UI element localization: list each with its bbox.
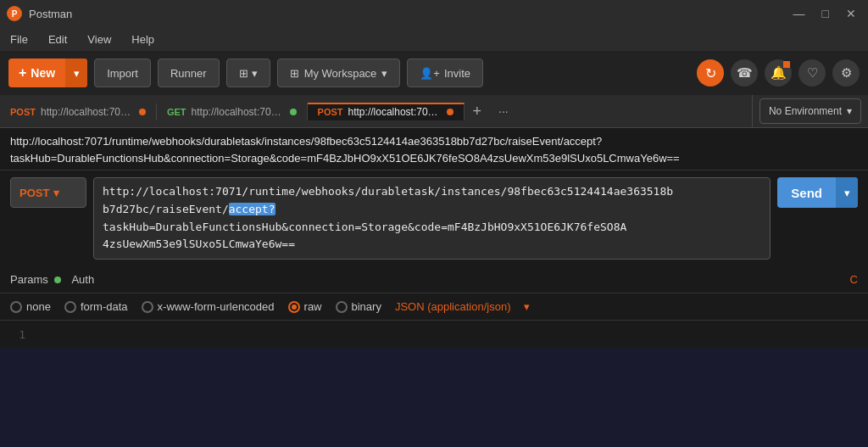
radio-form-data-circle: [64, 301, 76, 313]
url-input[interactable]: http://localhost:7071/runtime/webhooks/d…: [93, 177, 771, 260]
more-tabs-button[interactable]: ···: [490, 103, 517, 120]
heart-button[interactable]: ♡: [798, 59, 826, 87]
params-dot: [54, 277, 61, 283]
params-row: Params Auth C: [0, 266, 868, 293]
new-button-main[interactable]: + New: [8, 65, 65, 81]
layout-arrow: ▾: [252, 67, 258, 80]
menu-view[interactable]: View: [84, 31, 114, 47]
window-controls: — □ ✕: [788, 5, 861, 22]
workspace-label: My Workspace: [304, 67, 377, 80]
method-selector[interactable]: POST ▾: [10, 177, 86, 208]
workspace-button[interactable]: ⊞ My Workspace ▾: [277, 59, 401, 87]
url-line1: http://localhost:7071/runtime/webhooks/d…: [103, 185, 673, 198]
radio-url-encoded-circle: [142, 301, 153, 313]
tab-3[interactable]: POST http://localhost:7071/: [308, 103, 465, 120]
plus-icon: +: [19, 65, 26, 81]
maximize-button[interactable]: □: [817, 5, 834, 22]
gear-icon: ⚙: [841, 65, 852, 81]
tab-2-url: http://localhost:7071/r: [192, 106, 285, 118]
minimize-button[interactable]: —: [788, 5, 810, 22]
app-title: Postman: [29, 8, 782, 20]
method-label: POST: [19, 187, 49, 199]
json-type-arrow[interactable]: ▾: [524, 300, 530, 313]
menu-help[interactable]: Help: [128, 31, 158, 47]
sync-button[interactable]: ↻: [697, 59, 724, 87]
json-type-label[interactable]: JSON (application/json): [395, 300, 511, 313]
environment-arrow-icon: ▾: [847, 105, 852, 117]
tab-2-method: GET: [167, 107, 186, 117]
menu-edit[interactable]: Edit: [45, 31, 70, 47]
tab-1-url: http://localhost:7071/: [41, 106, 134, 118]
runner-button[interactable]: Runner: [158, 59, 220, 87]
radio-binary-circle: [336, 301, 348, 313]
workspace-arrow-icon: ▾: [381, 67, 387, 80]
params-tab[interactable]: Params: [10, 270, 61, 289]
add-tab-button[interactable]: +: [465, 103, 491, 120]
send-arrow-icon: ▾: [844, 187, 850, 199]
close-button[interactable]: ✕: [841, 5, 861, 22]
menu-bar: File Edit View Help: [0, 27, 868, 51]
environment-label: No Environment: [769, 105, 842, 117]
url-line3: taskHub=DurableFunctionsHub&connection=S…: [103, 221, 626, 233]
method-arrow-icon: ▾: [53, 187, 59, 199]
url-display-bar: http://localhost:7071/runtime/webhooks/d…: [0, 128, 868, 170]
toolbar: + New ▾ Import Runner ⊞ ▾ ⊞ My Workspace…: [0, 51, 868, 95]
environment-section: No Environment ▾: [752, 95, 868, 127]
tab-1-dot: [139, 109, 146, 115]
menu-file[interactable]: File: [7, 31, 31, 47]
radio-raw[interactable]: raw: [288, 300, 322, 313]
tab-3-url: http://localhost:7071/: [348, 106, 442, 118]
app-logo: P: [7, 6, 22, 21]
send-arrow-button[interactable]: ▾: [836, 177, 858, 208]
line-number-1: 1: [0, 327, 34, 341]
body-type-row: none form-data x-www-form-urlencoded raw…: [0, 293, 868, 321]
new-button[interactable]: + New ▾: [8, 59, 87, 87]
new-label: New: [31, 66, 55, 80]
request-area: POST ▾ http://localhost:7071/runtime/web…: [0, 170, 868, 348]
code-area: 1: [0, 321, 868, 348]
notification-badge: [783, 61, 790, 68]
toolbar-right: ↻ ☎ 🔔 ♡ ⚙: [697, 59, 860, 87]
tab-2[interactable]: GET http://localhost:7071/r: [157, 103, 308, 120]
radio-form-data[interactable]: form-data: [64, 300, 128, 313]
tabs-section: POST http://localhost:7071/ GET http://l…: [0, 103, 752, 120]
layout-icon: ⊞: [239, 67, 248, 80]
radio-raw-circle: [288, 301, 300, 313]
settings-button[interactable]: ⚙: [832, 59, 860, 87]
url-display-text: http://localhost:7071/runtime/webhooks/d…: [10, 135, 680, 165]
url-highlight: accept?: [229, 203, 275, 215]
tab-1[interactable]: POST http://localhost:7071/: [0, 103, 157, 120]
line-numbers-area: 1: [0, 321, 868, 348]
environment-selector[interactable]: No Environment ▾: [760, 98, 861, 124]
auth-tab[interactable]: Auth: [71, 270, 94, 289]
layout-button[interactable]: ⊞ ▾: [226, 59, 270, 87]
invite-person-icon: 👤+: [420, 67, 440, 80]
radio-none[interactable]: none: [10, 300, 51, 313]
overflow-indicator: C: [850, 273, 858, 286]
send-button[interactable]: Send ▾: [777, 177, 858, 208]
tab-1-method: POST: [10, 107, 36, 117]
title-bar: P Postman — □ ✕: [0, 0, 868, 27]
request-url-row: POST ▾ http://localhost:7071/runtime/web…: [0, 170, 868, 266]
search-button[interactable]: ☎: [731, 59, 758, 87]
code-content[interactable]: [34, 327, 868, 328]
tab-3-method: POST: [318, 107, 343, 117]
tab-3-dot: [447, 109, 453, 115]
radio-none-circle: [10, 301, 22, 313]
url-line2: b7d27bc/raiseEvent/: [103, 203, 229, 215]
radio-url-encoded[interactable]: x-www-form-urlencoded: [142, 300, 275, 313]
sync-icon: ↻: [705, 65, 716, 81]
invite-button[interactable]: 👤+ Invite: [407, 59, 483, 87]
search-icon: ☎: [737, 65, 753, 81]
new-button-dropdown[interactable]: ▾: [65, 59, 87, 87]
heart-icon: ♡: [807, 65, 818, 81]
tab-2-dot: [290, 109, 297, 115]
invite-label: Invite: [444, 67, 470, 80]
tabs-env-row: POST http://localhost:7071/ GET http://l…: [0, 95, 868, 128]
import-button[interactable]: Import: [94, 59, 151, 87]
send-label: Send: [777, 186, 836, 200]
notification-button[interactable]: 🔔: [765, 59, 792, 87]
radio-binary[interactable]: binary: [336, 300, 381, 313]
workspace-grid-icon: ⊞: [290, 67, 299, 80]
url-line4: 4zsUewXm53e9lSUxo5LCmwaYe6w==: [103, 237, 295, 250]
